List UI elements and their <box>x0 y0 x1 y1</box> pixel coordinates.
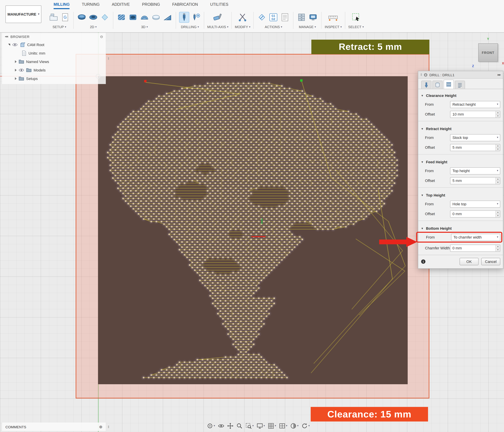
browser-item-models[interactable]: Models <box>2 66 106 74</box>
trim-toolpath-icon[interactable] <box>238 12 248 23</box>
viewcube-front-face[interactable]: FRONT <box>478 43 498 62</box>
group-label-manage[interactable]: MANAGE ▾ <box>299 25 316 29</box>
spinner-arrows-icon[interactable]: ▲▼ <box>495 144 500 151</box>
viewports-icon[interactable]: ▾ <box>279 423 287 429</box>
tab-probing[interactable]: PROBING <box>142 0 160 9</box>
minimize-browser-icon[interactable]: ⊖ <box>100 35 103 39</box>
expander-closed-icon[interactable] <box>15 60 17 63</box>
collapse-panel-icon[interactable]: ◀◀ <box>5 35 8 38</box>
eye-icon[interactable] <box>19 68 24 72</box>
section-bottom-height[interactable]: ▼ Bottom Height <box>421 224 500 233</box>
clearance-from-select[interactable]: Retract height ▾ <box>450 101 500 108</box>
tab-heights[interactable] <box>444 80 454 89</box>
drill-icon[interactable] <box>179 12 189 23</box>
zoom-window-icon[interactable]: ▾ <box>246 423 254 429</box>
spinner-arrows-icon[interactable]: ▲▼ <box>495 111 500 117</box>
grid-settings-icon[interactable]: ▾ <box>268 423 276 429</box>
group-label-inspect[interactable]: INSPECT ▾ <box>325 25 342 29</box>
group-label-modify[interactable]: MODIFY ▾ <box>235 25 251 29</box>
tab-turning[interactable]: TURNING <box>82 0 100 9</box>
tool-library-icon[interactable] <box>297 12 307 23</box>
expander-open-icon[interactable] <box>8 43 10 46</box>
top-offset-input[interactable]: 0 mm ▲▼ <box>450 210 500 217</box>
tab-geometry[interactable] <box>432 81 443 89</box>
dialog-titlebar[interactable]: ‖ DRILL : DRILL1 ▶▶ <box>418 71 503 79</box>
view-cube[interactable]: Y FRONT X Z <box>472 37 503 68</box>
group-label-drilling[interactable]: DRILLING ▾ <box>181 25 199 29</box>
tab-utilities[interactable]: UTILITIES <box>210 0 228 9</box>
adaptive-clearing-icon[interactable] <box>116 12 126 23</box>
new-setup-icon[interactable] <box>48 12 59 23</box>
cancel-button[interactable]: Cancel <box>481 258 500 265</box>
add-comment-icon[interactable]: ⊕ <box>99 424 102 429</box>
panel-drag-handle[interactable]: ‖ <box>108 57 109 60</box>
zoom-icon[interactable] <box>236 423 243 429</box>
divider <box>418 187 503 188</box>
section-top-height[interactable]: ▼ Top Height <box>421 191 500 199</box>
group-label-multiaxis[interactable]: MULTI-AXIS ▾ <box>207 25 228 29</box>
eye-icon[interactable] <box>12 43 18 47</box>
simulate-icon[interactable] <box>257 12 267 23</box>
retract-from-select[interactable]: Stock top ▾ <box>450 134 500 141</box>
group-label-select[interactable]: SELECT ▾ <box>348 25 364 29</box>
browser-item-cam-root[interactable]: CAM Root <box>2 40 106 49</box>
pan-icon[interactable] <box>227 423 233 429</box>
look-at-icon[interactable] <box>218 423 224 428</box>
group-label-2d[interactable]: 2D ▾ <box>90 25 97 29</box>
refresh-icon[interactable]: ▾ <box>302 423 310 429</box>
ok-button[interactable]: OK <box>459 258 478 265</box>
cam-root-icon <box>20 42 25 47</box>
select-window-icon[interactable] <box>351 12 361 23</box>
expander-closed-icon[interactable] <box>15 69 17 71</box>
feed-offset-input[interactable]: 5 mm ▲▼ <box>450 177 500 184</box>
clearance-offset-input[interactable]: 10 mm ▲▼ <box>450 111 500 118</box>
2d-face-icon[interactable] <box>77 12 87 23</box>
gcode-document-icon[interactable]: G <box>60 12 70 23</box>
post-process-icon[interactable]: G1G2 <box>269 12 279 23</box>
orbit-icon[interactable]: ▾ <box>207 423 215 429</box>
tab-additive[interactable]: ADDITIVE <box>112 0 130 9</box>
spinner-arrows-icon[interactable]: ▲▼ <box>495 245 500 251</box>
browser-item-setups[interactable]: Setups <box>2 74 106 83</box>
steep-shallow-icon[interactable] <box>139 12 150 23</box>
chamfer-width-input[interactable]: 0 mm ▲▼ <box>450 244 500 251</box>
machine-library-icon[interactable] <box>308 12 318 23</box>
2d-contour-icon[interactable] <box>100 12 110 23</box>
section-retract-height[interactable]: ▼ Retract Height <box>421 124 500 133</box>
comments-panel[interactable]: COMMENTS ⊕ ‖ <box>2 423 106 431</box>
feed-from-select[interactable]: Top height ▾ <box>450 167 500 174</box>
tab-fabrication[interactable]: FABRICATION <box>172 0 198 9</box>
group-label-3d[interactable]: 3D ▾ <box>141 25 148 29</box>
expander-closed-icon[interactable] <box>15 77 17 80</box>
browser-item-units[interactable]: Units: mm <box>2 49 106 57</box>
measure-icon[interactable] <box>328 12 338 23</box>
browser-item-named-views[interactable]: Named Views <box>2 57 106 66</box>
panel-drag-handle[interactable]: ‖ <box>108 425 109 429</box>
drill-create-icon[interactable] <box>191 12 201 23</box>
tab-tool[interactable] <box>421 81 432 89</box>
pocket-clearing-icon[interactable] <box>128 12 138 23</box>
spinner-arrows-icon[interactable]: ▲▼ <box>495 211 500 217</box>
swarf-icon[interactable] <box>213 12 223 23</box>
group-label-setup[interactable]: SETUP ▾ <box>53 25 66 29</box>
folder-icon <box>19 76 24 81</box>
ramp-icon[interactable] <box>162 12 173 23</box>
section-clearance-height[interactable]: ▼ Clearance Height <box>421 91 500 100</box>
group-label-actions[interactable]: ACTIONS ▾ <box>265 25 282 29</box>
section-feed-height[interactable]: ▼ Feed Height <box>421 157 500 166</box>
top-from-select[interactable]: Hole top ▾ <box>450 200 500 207</box>
workspace-switcher[interactable]: MANUFACTURE ▾ <box>5 5 41 23</box>
visual-style-icon[interactable]: ▾ <box>290 423 298 429</box>
setup-sheet-icon[interactable] <box>280 12 290 23</box>
info-icon[interactable]: i <box>421 259 426 264</box>
expand-dialog-icon[interactable]: ▶▶ <box>498 73 501 76</box>
2d-pocket-icon[interactable] <box>88 12 98 23</box>
bottom-from-select[interactable]: To chamfer width ▾ <box>451 234 500 241</box>
display-settings-icon[interactable]: ▾ <box>257 423 265 429</box>
flat-icon[interactable] <box>151 12 161 23</box>
retract-offset-input[interactable]: 5 mm ▲▼ <box>450 144 500 151</box>
spinner-arrows-icon[interactable]: ▲▼ <box>495 177 500 184</box>
dialog-drag-handle[interactable]: ‖ <box>421 73 422 77</box>
tab-milling[interactable]: MILLING <box>54 0 70 9</box>
tab-cycle[interactable] <box>455 81 465 89</box>
